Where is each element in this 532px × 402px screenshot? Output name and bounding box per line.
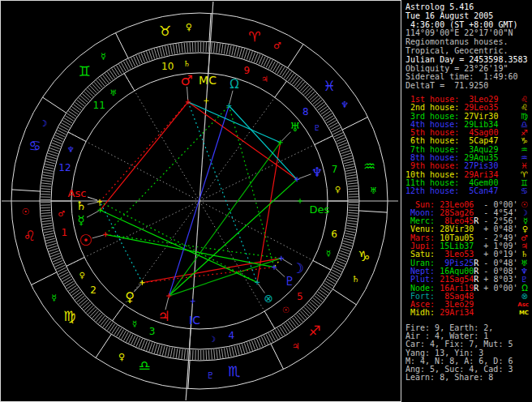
sign-boundary (96, 334, 111, 357)
wheel-planet-icon-Merc: ☿ (77, 213, 84, 228)
degree-tick (286, 71, 292, 79)
degree-tick (47, 156, 57, 158)
planet-icon: ⊗ (521, 293, 528, 301)
house-number-2: 2 (90, 284, 97, 296)
degree-tick (147, 51, 150, 60)
degree-tick (80, 300, 88, 306)
degree-tick (340, 148, 349, 152)
sign-glyph-gemini: ♊ (79, 63, 91, 79)
degree-tick (234, 346, 237, 356)
degree-tick (45, 161, 55, 164)
aspect-qnt-Uran-Jupi (169, 143, 280, 296)
degree-tick (306, 306, 313, 312)
degree-tick (293, 318, 298, 325)
degree-tick (41, 216, 51, 216)
degree-tick (101, 318, 106, 325)
degree-tick (168, 45, 169, 55)
degree-tick (86, 90, 93, 96)
degree-tick (298, 313, 305, 320)
degree-tick (254, 53, 257, 62)
degree-tick (304, 307, 311, 314)
degree-tick (345, 231, 355, 233)
degree-tick (345, 167, 355, 169)
aspect-squ-Merc-Mars (101, 102, 188, 210)
asc-label: Asc (68, 187, 87, 199)
degree-tick (49, 148, 58, 152)
degree-tick (41, 218, 51, 219)
info-line: Julian Day = 2453598.3583 (405, 56, 532, 65)
degree-tick (45, 164, 54, 166)
sign-boundary (31, 272, 56, 285)
degree-tick (178, 349, 180, 358)
degree-tick (302, 86, 309, 93)
degree-tick (227, 348, 229, 357)
degree-tick (79, 98, 86, 105)
degree-tick (247, 50, 250, 59)
sign-boundary (115, 32, 128, 58)
sign-glyph-leo: ♌ (24, 228, 36, 244)
wheel-planet-icon-Fort: ⊗ (264, 292, 273, 305)
degree-tick (313, 98, 320, 105)
degree-tick (107, 323, 113, 331)
degree-tick (42, 180, 52, 182)
degree-tick (84, 92, 92, 98)
degree-tick (42, 223, 52, 225)
degree-tick (239, 48, 242, 58)
degree-tick (45, 167, 54, 169)
degree-tick (46, 159, 56, 161)
degree-tick (217, 43, 217, 53)
degree-tick (345, 233, 355, 236)
degree-tick (67, 284, 75, 289)
degree-tick (94, 313, 101, 320)
degree-tick (190, 350, 191, 360)
wheel-planet-icon-Plut: ♇ (284, 274, 294, 289)
degree-tick (286, 323, 292, 331)
degree-tick (50, 145, 59, 148)
degree-tick (182, 43, 182, 53)
angle-icon: Asc (517, 302, 529, 308)
degree-tick (160, 47, 162, 57)
degree-tick (178, 44, 180, 53)
degree-tick (49, 151, 58, 154)
house-cusp-mark (315, 135, 332, 144)
degree-tick (226, 45, 228, 54)
degree-tick (325, 281, 333, 286)
degree-tick (318, 105, 326, 110)
house-number-9: 9 (244, 65, 251, 76)
retrograde-flag (474, 308, 478, 317)
degree-tick (284, 70, 290, 78)
house-number-6: 6 (331, 229, 337, 240)
house-cusp-mark (275, 81, 287, 97)
house-cusp-line (68, 132, 200, 201)
degree-tick (149, 343, 152, 352)
degree-tick (92, 311, 99, 319)
degree-tick (310, 94, 317, 100)
degree-tick (316, 102, 324, 108)
degree-tick (157, 344, 160, 354)
degree-tick (66, 116, 74, 121)
degree-tick (71, 106, 79, 112)
degree-tick (217, 349, 217, 359)
degree-tick (288, 73, 294, 81)
degree-tick (297, 314, 303, 322)
degree-tick (176, 44, 178, 53)
degree-tick (97, 314, 103, 322)
degree-tick (154, 49, 157, 58)
degree-tick (109, 324, 115, 332)
degree-tick (45, 236, 54, 238)
aspect-sex-Node-Nept (229, 105, 297, 179)
degree-tick (44, 231, 54, 233)
wheel-planet-icon-Node: Ω (230, 77, 238, 92)
degree-tick (249, 341, 252, 350)
degree-tick (345, 236, 354, 238)
house-ruler-icon: ♅ (109, 88, 117, 97)
degree-tick (349, 207, 358, 208)
planet-pointer (87, 211, 99, 217)
house-ruler-icon: ♇ (313, 123, 320, 132)
degree-tick (109, 71, 115, 79)
des-label: Des (310, 203, 330, 216)
astrolog-window: ♈♂♉♀♊☿♋☽♌☉♍☿♎♀♏♇♐♃♑♄♒♅♓♆1♂2♀3☿4☽5☉6☿7♀8♇… (0, 0, 532, 402)
degree-tick (176, 349, 178, 358)
ic-label: IC (189, 314, 200, 327)
sign-ruler-icon: ♀ (186, 22, 192, 32)
